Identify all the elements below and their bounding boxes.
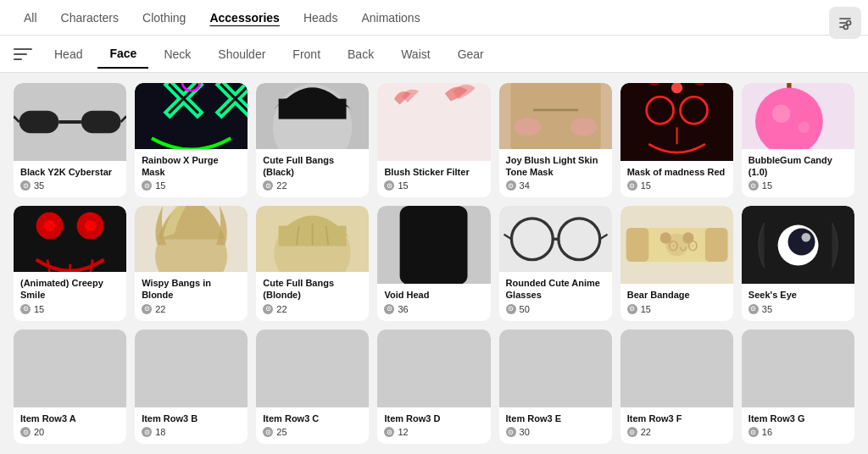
item-card[interactable]: ✕✕ Rainbow X Purge Mask ⊙ 15 — [135, 83, 248, 197]
item-thumbnail — [377, 206, 490, 284]
item-name: Rainbow X Purge Mask — [142, 154, 241, 179]
item-info: BubbleGum Candy (1.0) ⊙ 15 — [742, 149, 854, 198]
item-thumbnail — [14, 329, 126, 407]
item-card[interactable]: Item Row3 E ⊙ 30 — [499, 329, 612, 444]
item-info: Joy Blush Light Skin Tone Mask ⊙ 34 — [499, 149, 612, 198]
item-thumbnail — [620, 83, 733, 161]
price-value: 22 — [155, 304, 165, 314]
item-price: ⊙ 15 — [384, 180, 483, 191]
price-value: 15 — [641, 180, 651, 191]
svg-point-31 — [798, 122, 809, 133]
item-price: ⊙ 18 — [142, 427, 241, 437]
svg-point-62 — [801, 233, 810, 242]
nav-item-clothing[interactable]: Clothing — [132, 4, 196, 31]
price-value: 25 — [276, 427, 287, 437]
item-thumbnail: ʘᴗʘ — [620, 206, 733, 284]
item-info: Item Row3 A ⊙ 20 — [14, 407, 126, 444]
item-card[interactable]: Item Row3 D ⊙ 12 — [377, 329, 490, 444]
robux-icon: ⊙ — [384, 180, 394, 191]
item-name: Seek's Eye — [748, 289, 848, 301]
price-value: 22 — [276, 304, 287, 314]
item-info: Item Row3 F ⊙ 22 — [620, 407, 733, 444]
nav-item-all[interactable]: All — [14, 4, 47, 31]
item-info: Rainbow X Purge Mask ⊙ 15 — [135, 149, 248, 198]
subnav-face[interactable]: Face — [97, 40, 148, 69]
top-navigation: All Characters Clothing Accessories Head… — [0, 0, 868, 36]
item-price: ⊙ 50 — [506, 304, 605, 314]
svg-rect-21 — [620, 83, 733, 161]
item-price: ⊙ 22 — [263, 180, 362, 191]
subnav-back[interactable]: Back — [336, 41, 386, 68]
item-card[interactable]: Item Row3 F ⊙ 22 — [620, 329, 733, 444]
item-card[interactable]: Item Row3 A ⊙ 20 — [14, 329, 126, 444]
svg-rect-64 — [135, 329, 248, 407]
item-info: Item Row3 G ⊙ 16 — [742, 407, 854, 444]
item-name: Blush Sticker Filter — [384, 166, 483, 178]
item-card[interactable]: Black Y2K Cyberstar ⊙ 35 — [14, 83, 126, 197]
item-card[interactable]: ʘᴗʘ Bear Bandage ⊙ 15 — [620, 206, 733, 320]
item-thumbnail — [742, 329, 854, 407]
subnav-head[interactable]: Head — [42, 41, 94, 68]
robux-icon: ⊙ — [506, 180, 516, 191]
item-thumbnail — [742, 206, 854, 284]
svg-point-4 — [843, 25, 848, 30]
item-price: ⊙ 30 — [506, 427, 605, 437]
item-name: Bear Bandage — [627, 289, 726, 301]
item-card[interactable]: Wispy Bangs in Blonde ⊙ 22 — [135, 206, 248, 320]
robux-icon: ⊙ — [506, 304, 516, 314]
subnav-waist[interactable]: Waist — [389, 41, 442, 68]
svg-rect-6 — [81, 111, 121, 134]
item-card[interactable]: Cute Full Bangs (Black) ⊙ 22 — [256, 83, 369, 197]
item-name: BubbleGum Candy (1.0) — [748, 154, 848, 179]
svg-point-35 — [44, 220, 55, 231]
item-name: Item Row3 D — [384, 412, 483, 424]
nav-item-characters[interactable]: Characters — [51, 4, 129, 31]
svg-rect-15 — [377, 83, 490, 161]
item-thumbnail — [499, 329, 612, 407]
subnav-front[interactable]: Front — [281, 41, 332, 68]
item-card[interactable]: Cute Full Bangs (Blonde) ⊙ 22 — [256, 206, 369, 320]
subnav-gear[interactable]: Gear — [446, 41, 496, 68]
item-info: (Animated) Creepy Smile ⊙ 15 — [14, 272, 126, 321]
robux-icon: ⊙ — [142, 180, 152, 191]
svg-text:ʘᴗʘ: ʘᴗʘ — [668, 239, 698, 253]
item-card[interactable]: Item Row3 G ⊙ 16 — [742, 329, 854, 444]
item-name: Cute Full Bangs (Black) — [263, 154, 362, 179]
nav-item-heads[interactable]: Heads — [293, 4, 348, 31]
nav-item-accessories[interactable]: Accessories — [199, 4, 290, 31]
filter-icon[interactable] — [14, 47, 32, 62]
item-thumbnail — [377, 83, 490, 161]
item-info: Black Y2K Cyberstar ⊙ 35 — [14, 161, 126, 197]
robux-icon: ⊙ — [20, 180, 31, 191]
item-price: ⊙ 15 — [627, 180, 726, 191]
settings-button[interactable] — [829, 7, 861, 39]
item-thumbnail — [256, 206, 369, 272]
subnav-shoulder[interactable]: Shoulder — [206, 41, 277, 68]
robux-icon: ⊙ — [263, 304, 273, 314]
svg-line-8 — [14, 116, 19, 122]
item-card[interactable]: Item Row3 B ⊙ 18 — [135, 329, 248, 444]
subnav-neck[interactable]: Neck — [152, 41, 203, 68]
item-card[interactable]: Seek's Eye ⊙ 35 — [742, 206, 854, 320]
svg-point-19 — [514, 119, 541, 136]
item-card[interactable]: (Animated) Creepy Smile ⊙ 15 — [14, 206, 126, 320]
item-name: Cute Full Bangs (Blonde) — [263, 277, 362, 302]
svg-rect-32 — [14, 206, 126, 272]
nav-item-animations[interactable]: Animations — [351, 4, 430, 31]
price-value: 18 — [155, 427, 165, 437]
item-card[interactable]: Rounded Cute Anime Glasses ⊙ 50 — [499, 206, 612, 320]
svg-rect-46 — [400, 206, 468, 284]
svg-rect-66 — [377, 329, 490, 407]
robux-icon: ⊙ — [748, 180, 759, 191]
item-card[interactable]: BubbleGum Candy (1.0) ⊙ 15 — [742, 83, 854, 197]
item-card[interactable]: Joy Blush Light Skin Tone Mask ⊙ 34 — [499, 83, 612, 197]
item-name: Joy Blush Light Skin Tone Mask — [506, 154, 605, 179]
item-card[interactable]: Mask of madness Red ⊙ 15 — [620, 83, 733, 197]
item-info: Item Row3 B ⊙ 18 — [135, 407, 248, 444]
item-card[interactable]: Void Head ⊙ 36 — [377, 206, 490, 320]
item-card[interactable]: Blush Sticker Filter ⊙ 15 — [377, 83, 490, 197]
item-card[interactable]: Item Row3 C ⊙ 25 — [256, 329, 369, 444]
item-name: Item Row3 E — [506, 412, 605, 424]
item-price: ⊙ 35 — [20, 180, 120, 191]
svg-rect-17 — [510, 83, 601, 149]
